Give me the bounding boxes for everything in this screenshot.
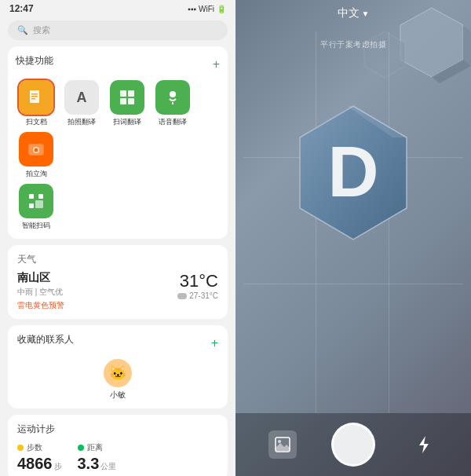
steps-item-count: 步数 4866 步	[17, 442, 62, 473]
status-bar: 12:47 ▪▪▪ WiFi 🔋	[0, 0, 236, 17]
steps-value-row: 4866 步	[17, 455, 62, 473]
quick-functions-title: 快捷功能	[16, 54, 53, 68]
weather-range: 27-31°C	[177, 291, 218, 300]
svg-rect-1	[31, 93, 38, 95]
contact-avatar: 🐱	[104, 359, 132, 387]
lang-selector[interactable]: 中文 ▼	[338, 6, 370, 20]
weather-main: 南山区 中雨 | 空气优 雷电黄色预警 31°C 27-31°C	[17, 271, 218, 311]
contacts-add[interactable]: +	[211, 336, 218, 350]
quick-label-voice-translate: 语音翻译	[159, 117, 187, 127]
svg-marker-28	[276, 443, 290, 451]
weather-alert: 雷电黄色预警	[17, 300, 64, 311]
steps-section: 运动计步 步数 4866 步 距离 3.3 公里	[8, 415, 228, 476]
svg-point-8	[170, 91, 176, 97]
camera-gallery-button[interactable]	[268, 430, 297, 459]
steps-title: 运动计步	[17, 423, 218, 436]
contact-name: 小敏	[110, 390, 126, 401]
camera-shutter-button[interactable]	[331, 423, 375, 467]
lang-label: 中文	[338, 6, 360, 20]
weather-title: 天气	[17, 253, 218, 266]
main-hex-d-svg: D	[290, 102, 416, 243]
distance-label: 距离	[78, 442, 117, 453]
svg-point-12	[35, 148, 38, 152]
svg-rect-14	[38, 194, 43, 199]
quick-icon-photo-translate: A	[64, 80, 99, 115]
distance-unit: 公里	[100, 461, 116, 472]
steps-dot	[17, 445, 24, 451]
quick-functions-grid: 扫文档 A 拍照翻译 扫词翻译	[16, 80, 220, 179]
contacts-header: 收藏的联系人 +	[17, 333, 218, 353]
quick-item-photo-shop[interactable]: 拍立淘	[16, 132, 57, 179]
quick-icon-smart-scan	[19, 184, 53, 218]
quick-item-photo-translate[interactable]: A 拍照翻译	[61, 80, 102, 127]
grid-h2	[243, 284, 463, 284]
status-time: 12:47	[9, 3, 34, 14]
quick-label-photo-translate: 拍照翻译	[68, 117, 96, 127]
cloud-icon	[177, 293, 187, 299]
quick-icon-scan-translate	[110, 80, 144, 115]
steps-row: 步数 4866 步 距离 3.3 公里	[17, 442, 218, 473]
signal-icon: ▪▪▪	[188, 5, 196, 13]
quick-functions-add[interactable]: +	[213, 57, 220, 71]
svg-rect-13	[29, 194, 34, 199]
steps-label: 步数	[17, 442, 62, 453]
steps-value: 4866	[17, 455, 53, 473]
quick-label-scan-translate: 扫词翻译	[113, 117, 141, 127]
steps-item-distance: 距离 3.3 公里	[78, 442, 117, 473]
distance-value-row: 3.3 公里	[78, 455, 117, 473]
weather-temp: 31°C	[177, 271, 218, 291]
quick-icon-photo-shop	[19, 132, 53, 167]
quick-icon-scan-doc	[19, 80, 53, 115]
quick-item-scan-doc[interactable]: 扫文档	[16, 80, 57, 127]
distance-dot	[78, 445, 84, 451]
quick-label-photo-shop: 拍立淘	[26, 169, 47, 179]
camera-top-bar: 中文 ▼	[236, 0, 471, 27]
svg-marker-29	[419, 436, 429, 453]
weather-left: 南山区 中雨 | 空气优 雷电黄色预警	[17, 271, 64, 311]
quick-functions-section: 快捷功能 + 扫文档 A 拍照翻译	[8, 46, 228, 239]
distance-value: 3.3	[78, 455, 100, 473]
search-icon: 🔍	[17, 25, 28, 35]
weather-right: 31°C 27-31°C	[177, 271, 218, 300]
quick-item-voice-translate[interactable]: 语音翻译	[152, 80, 193, 127]
quick-functions-header: 快捷功能 +	[16, 54, 220, 74]
left-panel: 12:47 ▪▪▪ WiFi 🔋 🔍 搜索 快捷功能 +	[0, 0, 236, 476]
quick-icon-voice-translate	[155, 80, 190, 115]
svg-rect-3	[31, 98, 35, 100]
quick-label-smart-scan: 智能扫码	[22, 221, 50, 231]
quick-label-scan-doc: 扫文档	[26, 117, 47, 127]
svg-rect-7	[128, 98, 134, 104]
quick-item-smart-scan[interactable]: 智能扫码	[16, 184, 57, 231]
contacts-title: 收藏的联系人	[17, 333, 74, 346]
battery-icon: 🔋	[217, 5, 226, 13]
svg-rect-5	[128, 90, 134, 97]
quick-item-scan-translate[interactable]: 扫词翻译	[107, 80, 148, 127]
camera-flash-button[interactable]	[410, 430, 438, 459]
quick-functions-row2: 智能扫码	[16, 184, 220, 231]
svg-rect-16	[35, 200, 43, 208]
svg-point-27	[278, 440, 281, 443]
svg-rect-2	[31, 96, 38, 97]
svg-rect-6	[120, 98, 126, 104]
svg-rect-4	[120, 90, 126, 97]
camera-bottom-controls	[236, 413, 471, 476]
svg-text:D: D	[328, 133, 379, 211]
wifi-icon: WiFi	[199, 5, 214, 13]
grid-hint: 平行于案考虑拍摄	[320, 39, 386, 50]
svg-rect-15	[29, 203, 34, 208]
status-icons: ▪▪▪ WiFi 🔋	[188, 5, 226, 13]
right-panel: 中文 ▼ 平行于案考虑拍摄 D	[236, 0, 471, 476]
svg-marker-19	[463, 25, 471, 66]
contact-item[interactable]: 🐱 小敏	[17, 359, 218, 401]
steps-unit: 步	[54, 461, 62, 472]
contacts-section: 收藏的联系人 + 🐱 小敏	[8, 325, 228, 408]
search-placeholder: 搜索	[33, 24, 50, 36]
weather-section: 天气 南山区 中雨 | 空气优 雷电黄色预警 31°C 27-31°C	[8, 245, 228, 319]
lang-arrow-icon: ▼	[362, 9, 370, 18]
weather-condition: 中雨 | 空气优	[17, 287, 64, 298]
search-bar[interactable]: 🔍 搜索	[8, 20, 228, 40]
weather-city: 南山区	[17, 271, 64, 285]
